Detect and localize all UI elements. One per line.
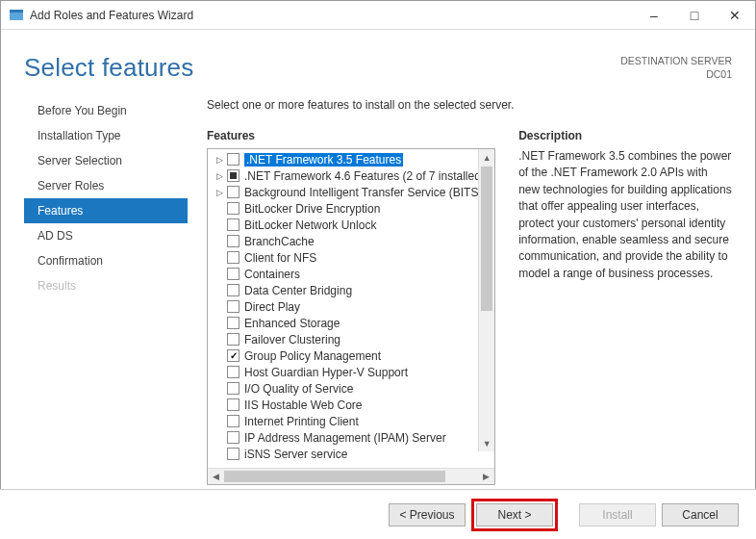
wizard-step: Results	[24, 273, 188, 298]
feature-checkbox[interactable]	[227, 153, 239, 166]
minimize-button[interactable]: –	[634, 1, 674, 29]
vscroll-thumb[interactable]	[481, 167, 492, 311]
feature-label[interactable]: Client for NFS	[244, 251, 316, 265]
feature-item[interactable]: Internet Printing Client	[210, 413, 492, 429]
feature-label[interactable]: Containers	[244, 268, 300, 281]
feature-label[interactable]: Enhanced Storage	[244, 317, 340, 330]
svg-rect-1	[10, 10, 23, 13]
vertical-scrollbar[interactable]: ▲ ▼	[478, 149, 494, 451]
wizard-step[interactable]: Before You Begin	[24, 98, 188, 123]
feature-checkbox[interactable]	[227, 317, 239, 329]
feature-label[interactable]: BitLocker Drive Encryption	[244, 202, 380, 216]
feature-checkbox[interactable]	[227, 382, 239, 395]
feature-item[interactable]: Direct Play	[210, 298, 492, 315]
feature-label[interactable]: Host Guardian Hyper-V Support	[244, 366, 408, 379]
feature-label[interactable]: Direct Play	[244, 300, 300, 314]
wizard-step[interactable]: Features	[24, 198, 188, 223]
steps-sidebar: Before You BeginInstallation TypeServer …	[24, 92, 188, 485]
feature-label[interactable]: Data Center Bridging	[244, 284, 352, 297]
scroll-up-icon[interactable]: ▲	[479, 149, 494, 166]
feature-checkbox[interactable]	[227, 169, 239, 182]
feature-item[interactable]: BitLocker Drive Encryption	[210, 200, 492, 217]
feature-item[interactable]: ▷.NET Framework 3.5 Features	[210, 151, 492, 167]
feature-item[interactable]: ▷.NET Framework 4.6 Features (2 of 7 ins…	[210, 167, 492, 184]
feature-label[interactable]: BranchCache	[244, 235, 315, 248]
cancel-button[interactable]: Cancel	[662, 503, 739, 526]
feature-checkbox[interactable]	[227, 448, 239, 460]
feature-item[interactable]: Host Guardian Hyper-V Support	[210, 364, 492, 380]
feature-item[interactable]: iSNS Server service	[210, 446, 492, 462]
feature-item[interactable]: BranchCache	[210, 233, 492, 249]
feature-item[interactable]: I/O Quality of Service	[210, 380, 492, 397]
scroll-down-icon[interactable]: ▼	[479, 435, 494, 451]
feature-label[interactable]: Background Intelligent Transfer Service …	[244, 186, 482, 199]
feature-checkbox[interactable]	[227, 431, 239, 444]
wizard-step[interactable]: Confirmation	[24, 248, 188, 273]
feature-checkbox[interactable]	[227, 366, 239, 378]
description-text: .NET Framework 3.5 combines the power of…	[518, 148, 732, 282]
feature-checkbox[interactable]	[227, 251, 239, 264]
page-title: Select features	[24, 53, 620, 83]
feature-checkbox[interactable]	[227, 284, 239, 296]
wizard-footer: < Previous Next > Install Cancel	[0, 489, 756, 539]
feature-checkbox[interactable]	[227, 398, 239, 411]
dest-value: DC01	[620, 68, 732, 82]
horizontal-scrollbar[interactable]: ◀ ▶	[208, 468, 494, 484]
feature-checkbox[interactable]	[227, 415, 239, 427]
feature-checkbox[interactable]	[227, 349, 239, 362]
feature-label[interactable]: I/O Quality of Service	[244, 382, 353, 396]
window-title: Add Roles and Features Wizard	[30, 9, 634, 22]
feature-label[interactable]: iSNS Server service	[244, 448, 347, 461]
scroll-left-icon[interactable]: ◀	[208, 469, 224, 484]
feature-item[interactable]: IP Address Management (IPAM) Server	[210, 429, 492, 446]
feature-label[interactable]: .NET Framework 3.5 Features	[244, 153, 403, 167]
wizard-step[interactable]: Server Selection	[24, 148, 188, 173]
expand-caret-icon[interactable]: ▷	[214, 155, 225, 165]
feature-checkbox[interactable]	[227, 268, 239, 280]
feature-item[interactable]: Enhanced Storage	[210, 315, 492, 331]
destination-server: DESTINATION SERVER DC01	[620, 53, 732, 81]
feature-item[interactable]: IIS Hostable Web Core	[210, 397, 492, 413]
maximize-button[interactable]: □	[674, 1, 715, 29]
wizard-step[interactable]: Installation Type	[24, 123, 188, 148]
feature-label[interactable]: Failover Clustering	[244, 333, 340, 346]
feature-item[interactable]: ▷Background Intelligent Transfer Service…	[210, 184, 492, 200]
previous-button[interactable]: < Previous	[389, 503, 466, 526]
app-icon	[9, 8, 24, 23]
titlebar: Add Roles and Features Wizard – □ ✕	[1, 1, 755, 30]
feature-checkbox[interactable]	[227, 300, 239, 313]
feature-item[interactable]: Group Policy Management	[210, 347, 492, 364]
next-button[interactable]: Next >	[476, 503, 553, 526]
feature-label[interactable]: IP Address Management (IPAM) Server	[244, 431, 446, 445]
features-listbox[interactable]: ▷.NET Framework 3.5 Features▷.NET Framew…	[207, 148, 495, 485]
feature-checkbox[interactable]	[227, 235, 239, 247]
dest-label: DESTINATION SERVER	[620, 55, 732, 68]
hscroll-thumb[interactable]	[224, 471, 445, 482]
wizard-step[interactable]: AD DS	[24, 223, 188, 248]
next-button-highlight: Next >	[471, 499, 558, 531]
feature-item[interactable]: Containers	[210, 266, 492, 282]
close-button[interactable]: ✕	[715, 1, 755, 29]
prompt-text: Select one or more features to install o…	[207, 92, 732, 129]
feature-checkbox[interactable]	[227, 202, 239, 215]
feature-label[interactable]: Group Policy Management	[244, 349, 381, 363]
feature-item[interactable]: Failover Clustering	[210, 331, 492, 347]
wizard-step[interactable]: Server Roles	[24, 173, 188, 198]
feature-label[interactable]: BitLocker Network Unlock	[244, 218, 376, 232]
scroll-right-icon[interactable]: ▶	[478, 469, 494, 484]
expand-caret-icon[interactable]: ▷	[214, 188, 225, 197]
feature-item[interactable]: BitLocker Network Unlock	[210, 217, 492, 233]
feature-item[interactable]: Data Center Bridging	[210, 282, 492, 298]
feature-checkbox[interactable]	[227, 333, 239, 346]
description-section-label: Description	[518, 129, 732, 142]
feature-label[interactable]: IIS Hostable Web Core	[244, 398, 363, 412]
features-section-label: Features	[207, 129, 495, 142]
install-button[interactable]: Install	[579, 503, 656, 526]
expand-caret-icon[interactable]: ▷	[214, 171, 225, 181]
page-header: Select features DESTINATION SERVER DC01	[1, 30, 755, 92]
feature-checkbox[interactable]	[227, 218, 239, 231]
feature-label[interactable]: Internet Printing Client	[244, 415, 359, 428]
feature-label[interactable]: .NET Framework 4.6 Features (2 of 7 inst…	[244, 169, 485, 183]
feature-item[interactable]: Client for NFS	[210, 249, 492, 266]
feature-checkbox[interactable]	[227, 186, 239, 198]
